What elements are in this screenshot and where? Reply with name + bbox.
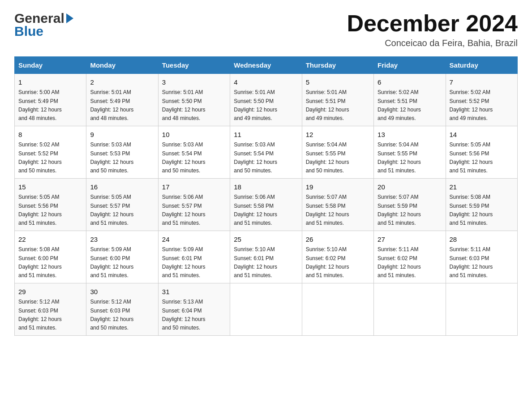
day-number: 16 [90,182,154,192]
day-info: Sunrise: 5:02 AMSunset: 5:52 PMDaylight:… [18,141,82,175]
header-thursday: Thursday [302,57,373,74]
day-number: 7 [450,77,514,87]
calendar-day-28: 28Sunrise: 5:11 AMSunset: 6:03 PMDayligh… [446,231,517,283]
day-info: Sunrise: 5:12 AMSunset: 6:03 PMDaylight:… [90,298,154,332]
calendar-day-24: 24Sunrise: 5:09 AMSunset: 6:01 PMDayligh… [158,231,230,283]
calendar-week-row: 29Sunrise: 5:12 AMSunset: 6:03 PMDayligh… [15,283,518,336]
day-number: 23 [90,234,154,244]
day-info: Sunrise: 5:05 AMSunset: 5:56 PMDaylight:… [450,141,514,175]
calendar-day-22: 22Sunrise: 5:08 AMSunset: 6:00 PMDayligh… [15,231,86,283]
day-number: 27 [378,234,442,244]
calendar-empty-cell [302,283,373,336]
day-number: 31 [162,287,226,297]
calendar-day-13: 13Sunrise: 5:04 AMSunset: 5:55 PMDayligh… [374,126,446,179]
calendar-day-20: 20Sunrise: 5:07 AMSunset: 5:59 PMDayligh… [374,179,446,231]
calendar-week-row: 15Sunrise: 5:05 AMSunset: 5:56 PMDayligh… [15,179,518,231]
day-info: Sunrise: 5:03 AMSunset: 5:54 PMDaylight:… [234,141,298,175]
calendar-day-4: 4Sunrise: 5:01 AMSunset: 5:50 PMDaylight… [230,74,302,126]
day-number: 18 [234,182,298,192]
calendar-day-30: 30Sunrise: 5:12 AMSunset: 6:03 PMDayligh… [86,283,158,336]
calendar-empty-cell [446,283,517,336]
day-number: 29 [18,287,82,297]
calendar-day-16: 16Sunrise: 5:05 AMSunset: 5:57 PMDayligh… [86,179,158,231]
title-area: December 2024 Conceicao da Feira, Bahia,… [347,11,518,48]
calendar-day-11: 11Sunrise: 5:03 AMSunset: 5:54 PMDayligh… [230,126,302,179]
calendar-header-row: SundayMondayTuesdayWednesdayThursdayFrid… [15,57,518,74]
calendar-week-row: 22Sunrise: 5:08 AMSunset: 6:00 PMDayligh… [15,231,518,283]
day-number: 8 [18,129,82,140]
month-title: December 2024 [347,11,518,36]
calendar-day-5: 5Sunrise: 5:01 AMSunset: 5:51 PMDaylight… [302,74,373,126]
calendar-empty-cell [374,283,446,336]
calendar-day-2: 2Sunrise: 5:01 AMSunset: 5:49 PMDaylight… [86,74,158,126]
header-sunday: Sunday [15,57,86,74]
day-number: 3 [162,77,226,87]
calendar-day-19: 19Sunrise: 5:07 AMSunset: 5:58 PMDayligh… [302,179,373,231]
day-number: 5 [306,77,370,87]
day-info: Sunrise: 5:11 AMSunset: 6:03 PMDaylight:… [450,245,514,280]
calendar-day-14: 14Sunrise: 5:05 AMSunset: 5:56 PMDayligh… [446,126,517,179]
day-info: Sunrise: 5:03 AMSunset: 5:53 PMDaylight:… [90,141,154,175]
day-info: Sunrise: 5:00 AMSunset: 5:49 PMDaylight:… [18,88,82,123]
calendar-day-7: 7Sunrise: 5:02 AMSunset: 5:52 PMDaylight… [446,74,517,126]
calendar-day-9: 9Sunrise: 5:03 AMSunset: 5:53 PMDaylight… [86,126,158,179]
day-info: Sunrise: 5:08 AMSunset: 6:00 PMDaylight:… [18,245,82,280]
header-monday: Monday [86,57,158,74]
day-number: 11 [234,129,298,140]
calendar-day-1: 1Sunrise: 5:00 AMSunset: 5:49 PMDaylight… [15,74,86,126]
day-number: 20 [378,182,442,192]
day-number: 14 [450,129,514,140]
calendar-day-8: 8Sunrise: 5:02 AMSunset: 5:52 PMDaylight… [15,126,86,179]
day-info: Sunrise: 5:01 AMSunset: 5:50 PMDaylight:… [234,88,298,123]
day-number: 26 [306,234,370,244]
day-info: Sunrise: 5:03 AMSunset: 5:54 PMDaylight:… [162,141,226,175]
calendar-day-29: 29Sunrise: 5:12 AMSunset: 6:03 PMDayligh… [15,283,86,336]
calendar-day-15: 15Sunrise: 5:05 AMSunset: 5:56 PMDayligh… [15,179,86,231]
day-number: 2 [90,77,154,87]
day-info: Sunrise: 5:10 AMSunset: 6:02 PMDaylight:… [306,245,370,280]
calendar-day-17: 17Sunrise: 5:06 AMSunset: 5:57 PMDayligh… [158,179,230,231]
location-subtitle: Conceicao da Feira, Bahia, Brazil [347,38,518,48]
day-info: Sunrise: 5:01 AMSunset: 5:49 PMDaylight:… [90,88,154,123]
header-friday: Friday [374,57,446,74]
day-number: 4 [234,77,298,87]
header-wednesday: Wednesday [230,57,302,74]
day-info: Sunrise: 5:06 AMSunset: 5:58 PMDaylight:… [234,193,298,227]
day-info: Sunrise: 5:13 AMSunset: 6:04 PMDaylight:… [162,298,226,332]
day-number: 12 [306,129,370,140]
day-info: Sunrise: 5:04 AMSunset: 5:55 PMDaylight:… [306,141,370,175]
day-number: 1 [18,77,82,87]
day-info: Sunrise: 5:05 AMSunset: 5:57 PMDaylight:… [90,193,154,227]
calendar-day-27: 27Sunrise: 5:11 AMSunset: 6:02 PMDayligh… [374,231,446,283]
day-info: Sunrise: 5:07 AMSunset: 5:59 PMDaylight:… [378,193,442,227]
day-info: Sunrise: 5:10 AMSunset: 6:01 PMDaylight:… [234,245,298,280]
page-header: General Blue December 2024 Conceicao da … [14,11,518,48]
day-number: 17 [162,182,226,192]
day-number: 10 [162,129,226,140]
calendar-week-row: 8Sunrise: 5:02 AMSunset: 5:52 PMDaylight… [15,126,518,179]
day-number: 22 [18,234,82,244]
day-number: 24 [162,234,226,244]
calendar-empty-cell [230,283,302,336]
calendar-day-23: 23Sunrise: 5:09 AMSunset: 6:00 PMDayligh… [86,231,158,283]
calendar-week-row: 1Sunrise: 5:00 AMSunset: 5:49 PMDaylight… [15,74,518,126]
logo-arrow-icon [66,13,73,23]
logo: General Blue [14,11,73,39]
day-number: 15 [18,182,82,192]
calendar-day-31: 31Sunrise: 5:13 AMSunset: 6:04 PMDayligh… [158,283,230,336]
day-info: Sunrise: 5:09 AMSunset: 6:00 PMDaylight:… [90,245,154,280]
calendar-day-21: 21Sunrise: 5:08 AMSunset: 5:59 PMDayligh… [446,179,517,231]
day-info: Sunrise: 5:09 AMSunset: 6:01 PMDaylight:… [162,245,226,280]
day-number: 13 [378,129,442,140]
day-number: 9 [90,129,154,140]
calendar-day-10: 10Sunrise: 5:03 AMSunset: 5:54 PMDayligh… [158,126,230,179]
day-info: Sunrise: 5:02 AMSunset: 5:52 PMDaylight:… [450,88,514,123]
day-info: Sunrise: 5:06 AMSunset: 5:57 PMDaylight:… [162,193,226,227]
day-info: Sunrise: 5:04 AMSunset: 5:55 PMDaylight:… [378,141,442,175]
day-number: 25 [234,234,298,244]
logo-blue: Blue [14,24,73,39]
calendar-day-26: 26Sunrise: 5:10 AMSunset: 6:02 PMDayligh… [302,231,373,283]
day-info: Sunrise: 5:02 AMSunset: 5:51 PMDaylight:… [378,88,442,123]
calendar-day-12: 12Sunrise: 5:04 AMSunset: 5:55 PMDayligh… [302,126,373,179]
day-info: Sunrise: 5:01 AMSunset: 5:50 PMDaylight:… [162,88,226,123]
